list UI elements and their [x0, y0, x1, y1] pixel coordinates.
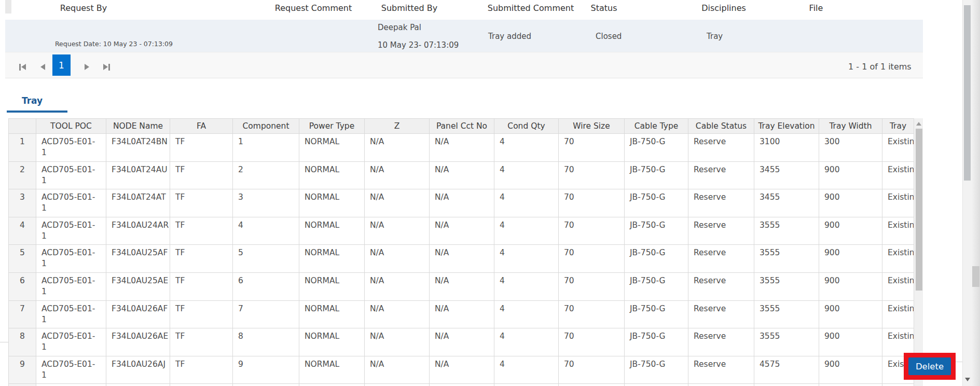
- table-scrollbar-thumb[interactable]: [916, 129, 922, 291]
- column-header-panel-cct-no[interactable]: Panel Cct No: [430, 119, 494, 134]
- delete-button[interactable]: Delete: [908, 357, 951, 375]
- cell-tray-elevation: 4575: [754, 356, 819, 384]
- cell-tray-elevation: 3555: [754, 217, 819, 245]
- column-header-z[interactable]: Z: [365, 119, 430, 134]
- pagination-bar: [5, 52, 923, 78]
- table-row[interactable]: 4ACD705-E01-1F34L0AU24ARTF4NORMALN/AN/A4…: [9, 217, 914, 245]
- table-row[interactable]: [9, 384, 914, 386]
- table-row[interactable]: 2ACD705-E01-1F34L0AT24AUTF2NORMALN/AN/A4…: [9, 161, 914, 189]
- cell-cond-qty: 4: [494, 356, 559, 384]
- scroll-up-icon[interactable]: [916, 122, 921, 126]
- cell-tool-poc: ACD705-E01-1: [36, 189, 106, 217]
- column-header-file[interactable]: File: [809, 3, 823, 13]
- first-page-icon: [19, 64, 21, 71]
- cell-row-num: 8: [9, 328, 36, 356]
- column-header-tray-elevation[interactable]: Tray Elevation: [754, 119, 819, 134]
- cell-tray-elevation: [754, 384, 819, 386]
- column-header-fa[interactable]: FA: [170, 119, 233, 134]
- browser-scrollbar-thumb[interactable]: [972, 266, 979, 287]
- browser-scrollbar[interactable]: [972, 0, 980, 386]
- cell-tray: Existing: [882, 300, 914, 328]
- table-row[interactable]: 9ACD705-E01-1F34L0AU26AJTF9NORMALN/AN/A4…: [9, 356, 914, 384]
- cell-tray: [882, 384, 914, 386]
- column-header-cond-qty[interactable]: Cond Qty: [494, 119, 559, 134]
- cell-fa: TF: [170, 217, 233, 245]
- first-page-icon: [21, 64, 26, 70]
- cell-tray-width: 900: [819, 161, 882, 189]
- column-header-row-num[interactable]: [9, 119, 36, 134]
- cell-panel-cct-no: N/A: [430, 161, 494, 189]
- column-header-cable-status[interactable]: Cable Status: [688, 119, 754, 134]
- cell-component: 6: [233, 272, 299, 300]
- cell-tool-poc: ACD705-E01-1: [36, 272, 106, 300]
- cell-tray-width: 900: [819, 356, 882, 384]
- column-header-submitted-by[interactable]: Submitted By: [381, 3, 438, 13]
- cell-tray: Existing: [882, 161, 914, 189]
- last-page-button[interactable]: [99, 60, 114, 74]
- cell-wire-size: 70: [559, 134, 625, 162]
- cell-tray: Existing: [882, 189, 914, 217]
- cell-row-num: 7: [9, 300, 36, 328]
- current-page-button[interactable]: 1: [52, 54, 71, 76]
- column-header-tray[interactable]: Tray: [882, 119, 914, 134]
- cell-row-num: 6: [9, 272, 36, 300]
- column-header-component[interactable]: Component: [233, 119, 299, 134]
- cell-tool-poc: ACD705-E01-1: [36, 328, 106, 356]
- tab-tray[interactable]: Tray: [22, 95, 43, 106]
- column-header-wire-size[interactable]: Wire Size: [559, 119, 625, 134]
- column-header-tool-poc[interactable]: TOOL POC: [36, 119, 106, 134]
- cell-component: 3: [233, 189, 299, 217]
- cell-tray-width: 900: [819, 300, 882, 328]
- cell-cable-status: [688, 384, 754, 386]
- cell-z: N/A: [365, 217, 430, 245]
- cell-node-name: F34L0AU26AJ: [106, 356, 170, 384]
- column-header-power-type[interactable]: Power Type: [299, 119, 365, 134]
- next-page-button[interactable]: [79, 60, 94, 74]
- cell-node-name: F34L0AT24BN: [106, 134, 170, 162]
- cell-tray-width: 900: [819, 272, 882, 300]
- cell-tool-poc: ACD705-E01-1: [36, 356, 106, 384]
- page-scrollbar-thumb[interactable]: [964, 5, 971, 181]
- column-header-status[interactable]: Status: [591, 3, 617, 13]
- cell-fa: [170, 384, 233, 386]
- column-header-request-comment[interactable]: Request Comment: [275, 3, 352, 13]
- cell-cable-type: JB-750-G: [625, 189, 688, 217]
- cell-fa: TF: [170, 245, 233, 273]
- previous-page-button[interactable]: [35, 60, 50, 74]
- scroll-down-icon[interactable]: [965, 378, 970, 381]
- cell-fa: TF: [170, 300, 233, 328]
- cell-panel-cct-no: N/A: [430, 134, 494, 162]
- cell-fa: TF: [170, 328, 233, 356]
- cell-node-name: F34L0AU26AF: [106, 300, 170, 328]
- cell-power-type: NORMAL: [299, 217, 365, 245]
- cell-panel-cct-no: N/A: [430, 189, 494, 217]
- cell-tray-elevation: 3100: [754, 134, 819, 162]
- cell-row-num: 1: [9, 134, 36, 162]
- table-row[interactable]: 8ACD705-E01-1F34L0AU26AETF8NORMALN/AN/A4…: [9, 328, 914, 356]
- first-page-button[interactable]: [15, 60, 30, 74]
- column-header-submitted-comment[interactable]: Submitted Comment: [488, 3, 574, 13]
- column-header-disciplines[interactable]: Disciplines: [701, 3, 746, 13]
- cell-cable-status: Reserve: [688, 217, 754, 245]
- table-row[interactable]: 6ACD705-E01-1F34L0AU25AETF6NORMALN/AN/A4…: [9, 272, 914, 300]
- cell-tool-poc: [36, 384, 106, 386]
- cell-cable-status: Reserve: [688, 272, 754, 300]
- table-vertical-scrollbar[interactable]: [914, 118, 923, 386]
- table-row[interactable]: 7ACD705-E01-1F34L0AU26AFTF7NORMALN/AN/A4…: [9, 300, 914, 328]
- table-row[interactable]: 1ACD705-E01-1F34L0AT24BNTF1NORMALN/AN/A4…: [9, 134, 914, 162]
- cell-cable-type: JB-750-G: [625, 134, 688, 162]
- column-header-cable-type[interactable]: Cable Type: [625, 119, 688, 134]
- cell-tray-width: 900: [819, 189, 882, 217]
- table-row[interactable]: 5ACD705-E01-1F34L0AU25AFTF5NORMALN/AN/A4…: [9, 245, 914, 273]
- table-row[interactable]: 3ACD705-E01-1F34L0AT24ATTF3NORMALN/AN/A4…: [9, 189, 914, 217]
- cell-cable-status: Reserve: [688, 300, 754, 328]
- column-header-node-name[interactable]: NODE Name: [106, 119, 170, 134]
- tray-table-header: TOOL POCNODE NameFAComponentPower TypeZP…: [9, 119, 914, 134]
- cell-power-type: NORMAL: [299, 161, 365, 189]
- column-header-tray-width[interactable]: Tray Width: [819, 119, 882, 134]
- page-vertical-scrollbar[interactable]: [962, 0, 972, 386]
- cell-component: 7: [233, 300, 299, 328]
- column-header-request-by[interactable]: Request By: [60, 3, 107, 13]
- cell-power-type: NORMAL: [299, 189, 365, 217]
- cell-tray-width: 900: [819, 217, 882, 245]
